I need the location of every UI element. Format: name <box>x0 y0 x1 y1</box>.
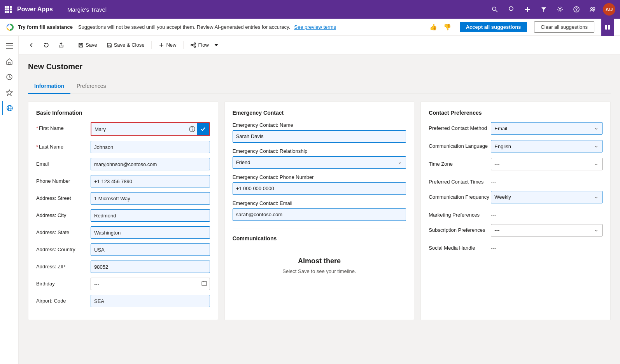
page-title: New Customer <box>28 62 611 71</box>
street-input[interactable] <box>91 192 210 205</box>
tab-information[interactable]: Information <box>28 79 70 94</box>
birthday-input[interactable] <box>91 278 210 290</box>
airport-code-input[interactable] <box>91 295 210 307</box>
svg-rect-1 <box>7 6 9 8</box>
new-button[interactable]: New <box>155 40 180 50</box>
birthday-input-wrap <box>91 278 210 290</box>
flow-dropdown-arrow[interactable] <box>213 42 220 48</box>
state-input-wrap <box>91 226 210 239</box>
ec-name-input[interactable] <box>233 130 406 143</box>
accept-all-button[interactable]: Accept all suggestions <box>460 22 527 32</box>
save-close-button[interactable]: Save & Close <box>103 40 149 50</box>
email-input[interactable] <box>91 158 210 170</box>
svg-line-10 <box>496 10 497 12</box>
marketing-preferences-value: --- <box>491 209 496 218</box>
flow-dropdown[interactable]: Flow <box>187 40 219 50</box>
help-icon[interactable] <box>570 3 583 16</box>
first-name-accept-button[interactable] <box>197 123 209 135</box>
side-panel-toggle[interactable] <box>601 19 614 36</box>
toolbar: Save Save & Close New Flow <box>19 36 620 54</box>
country-input[interactable] <box>91 243 210 256</box>
top-nav: Power Apps Margie's Travel AU <box>0 0 620 19</box>
preferred-contact-method-field: Preferred Contact Method Email Phone SMS <box>429 122 602 135</box>
zip-input[interactable] <box>91 261 210 273</box>
zip-input-wrap <box>91 261 210 273</box>
city-field: Address: City <box>36 209 210 222</box>
last-name-field: *Last Name <box>36 141 210 153</box>
thumbs-down-icon[interactable]: 👎 <box>443 23 451 31</box>
emergency-contact-panel: Emergency Contact Emergency Contact: Nam… <box>224 102 415 320</box>
svg-rect-3 <box>5 9 7 10</box>
time-zone-select[interactable]: --- <box>491 158 602 170</box>
communication-frequency-select[interactable]: Weekly Daily Monthly <box>491 191 602 203</box>
tabs: Information Preferences <box>28 79 611 94</box>
refresh-button[interactable] <box>40 40 53 50</box>
svg-point-45 <box>192 128 192 128</box>
back-button[interactable] <box>25 40 38 50</box>
contact-preferences-panel: Contact Preferences Preferred Contact Me… <box>420 102 611 320</box>
almost-there-title: Almost there <box>233 257 406 265</box>
first-name-input[interactable] <box>91 123 187 135</box>
filter-icon[interactable] <box>538 3 550 16</box>
sidebar-item-globe[interactable] <box>2 101 16 115</box>
calendar-icon[interactable] <box>201 281 207 287</box>
thumbs-up-icon[interactable]: 👍 <box>429 23 437 31</box>
sidebar-item-menu[interactable] <box>2 39 16 53</box>
preferred-contact-times-label: Preferred Contact Times <box>429 176 491 186</box>
ec-relationship-select[interactable]: Friend Family Spouse Colleague <box>233 156 406 169</box>
subscription-preferences-label: Subscription Preferences <box>429 224 491 234</box>
first-name-highlighted-wrap <box>91 122 210 136</box>
search-icon[interactable] <box>489 3 501 16</box>
svg-point-15 <box>559 9 561 10</box>
main-content: Save Save & Close New Flow <box>19 36 620 364</box>
svg-rect-6 <box>5 11 7 13</box>
almost-there-desc: Select Save to see your timeline. <box>233 268 406 274</box>
svg-rect-7 <box>7 11 9 13</box>
settings-icon[interactable] <box>554 3 566 16</box>
ai-bar-link[interactable]: See preview terms <box>294 24 336 30</box>
birthday-label: Birthday <box>36 278 91 287</box>
communication-language-select[interactable]: English Spanish French <box>491 140 602 152</box>
time-zone-label: Time Zone <box>429 158 491 168</box>
lightbulb-icon[interactable] <box>505 3 517 16</box>
airport-code-field: Airport: Code <box>36 295 210 307</box>
first-name-info-icon[interactable] <box>187 124 197 134</box>
clear-all-button[interactable]: Clear all suggestions <box>534 21 594 33</box>
svg-rect-24 <box>6 46 13 46</box>
ec-phone-input[interactable] <box>233 182 406 195</box>
save-button[interactable]: Save <box>74 40 101 50</box>
flow-button[interactable]: Flow <box>187 40 212 50</box>
collab-icon[interactable] <box>587 3 599 16</box>
grid-icon[interactable] <box>5 6 12 13</box>
sidebar-item-favorites[interactable] <box>2 86 16 100</box>
ec-email-label: Emergency Contact: Email <box>233 200 406 207</box>
email-label: Email <box>36 158 91 168</box>
ai-suggestion-bar: Try form fill assistance Suggestions wil… <box>0 19 620 36</box>
ec-relationship-label: Emergency Contact: Relationship <box>233 148 406 155</box>
preferred-contact-method-select[interactable]: Email Phone SMS <box>491 122 602 135</box>
avatar[interactable]: AU <box>603 3 615 16</box>
birthday-field: Birthday <box>36 278 210 290</box>
last-name-input[interactable] <box>91 141 210 153</box>
subscription-preferences-wrap: --- <box>491 224 602 236</box>
ec-name-label: Emergency Contact: Name <box>233 122 406 129</box>
social-media-handle-field: Social Media Handle --- <box>429 242 602 252</box>
svg-marker-28 <box>6 90 12 96</box>
sidebar-item-home[interactable] <box>2 54 16 68</box>
state-input[interactable] <box>91 226 210 239</box>
airport-code-input-wrap <box>91 295 210 307</box>
ec-email-input[interactable] <box>233 208 406 221</box>
phone-input-wrap <box>91 175 210 187</box>
communication-language-field: Communication Language English Spanish F… <box>429 140 602 152</box>
share-button[interactable] <box>54 40 68 50</box>
sidebar-item-recent[interactable] <box>2 70 16 84</box>
tab-preferences[interactable]: Preferences <box>70 79 112 94</box>
svg-rect-21 <box>605 25 607 30</box>
plus-icon[interactable] <box>521 3 534 16</box>
nav-separator <box>60 5 60 14</box>
city-input[interactable] <box>91 209 210 222</box>
ec-relationship-select-wrap: Friend Family Spouse Colleague <box>233 156 406 169</box>
subscription-preferences-select[interactable]: --- <box>491 224 602 236</box>
zip-field: Address: ZIP <box>36 261 210 273</box>
phone-input[interactable] <box>91 175 210 187</box>
